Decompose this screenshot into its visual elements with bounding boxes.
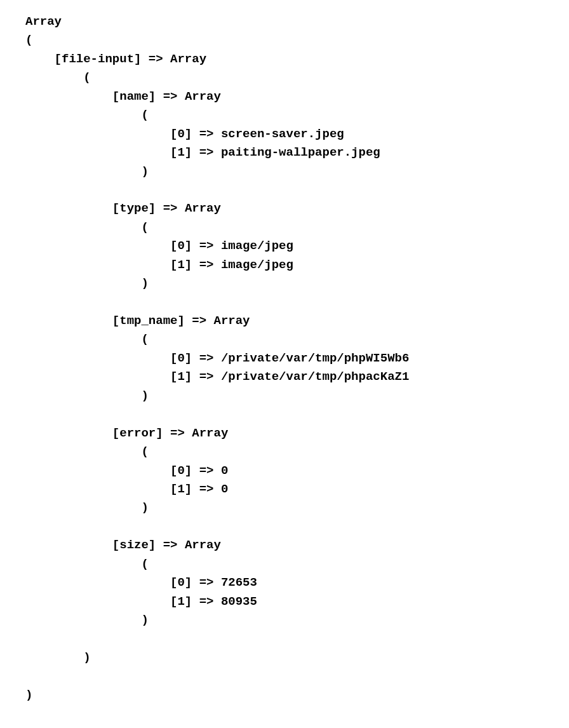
file-input-key: [file-input] (55, 52, 142, 66)
root-open-paren: ( (25, 33, 32, 47)
php-print-r-output: Array ( [file-input] => Array ( [name] =… (0, 0, 569, 704)
type-1-value: image/jpeg (221, 258, 293, 272)
key-name: [name] (112, 90, 156, 104)
file-input-type: Array (170, 52, 206, 66)
size-1-value: 80935 (221, 595, 257, 609)
size-0-value: 72653 (221, 576, 257, 590)
root-array-label: Array (25, 15, 62, 29)
error-1-value: 0 (221, 482, 228, 496)
key-tmp-name: [tmp_name] (112, 314, 185, 328)
tmp-name-1-value: /private/var/tmp/phpacKaZ1 (221, 370, 409, 384)
key-error: [error] (112, 426, 163, 440)
error-0-value: 0 (221, 464, 228, 478)
root-close-paren: ) (25, 688, 32, 702)
type-0-value: image/jpeg (221, 239, 293, 253)
name-0-value: screen-saver.jpeg (221, 127, 344, 141)
name-1-value: paiting-wallpaper.jpeg (221, 145, 380, 159)
tmp-name-0-value: /private/var/tmp/phpWI5Wb6 (221, 351, 409, 365)
key-size: [size] (112, 538, 156, 552)
key-type: [type] (112, 201, 156, 215)
